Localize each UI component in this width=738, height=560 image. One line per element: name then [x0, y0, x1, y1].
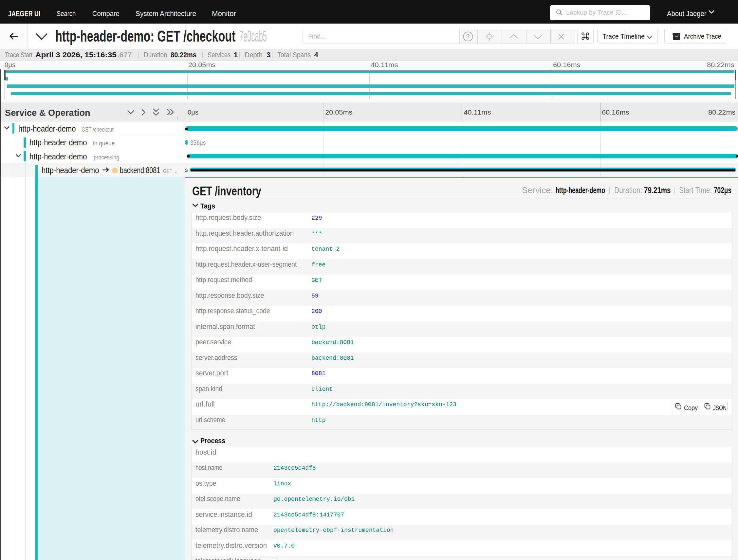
svg-text:?: ? [466, 33, 469, 40]
